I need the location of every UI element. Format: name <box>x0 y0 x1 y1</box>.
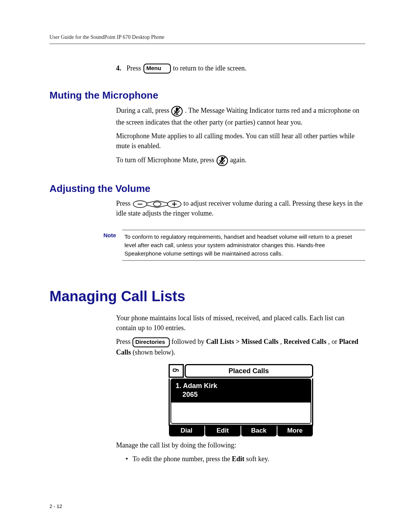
heading-muting: Muting the Microphone <box>49 89 365 101</box>
bullet-marker: • <box>126 454 128 464</box>
heading-call-lists: Managing Call Lists <box>49 288 365 305</box>
mute-p1a: During a call, press <box>116 107 171 114</box>
bullet-text-c: soft key. <box>246 455 269 463</box>
lists-p2a: Press <box>116 338 132 345</box>
mute-p3b: again. <box>230 156 246 164</box>
phone-list-icon <box>169 364 184 378</box>
softkey-edit: Edit <box>205 425 241 437</box>
lists-p2f: , or <box>328 338 339 345</box>
softkey-row: Dial Edit Back More <box>169 425 313 437</box>
note-label: Note <box>89 230 122 260</box>
step-number: 4. <box>116 63 121 73</box>
muting-body: During a call, press . The Message Waiti… <box>116 105 365 167</box>
phone-screen-illustration: Placed Calls 1. Adam Kirk 2065 Dial Edit… <box>169 364 313 437</box>
softkey-back: Back <box>241 425 277 437</box>
mute-p3a: To turn off Microphone Mute, press <box>116 156 216 164</box>
lists-p2c: Call Lists > Missed Calls <box>206 338 278 345</box>
step-text-after: to return to the idle screen. <box>173 63 247 73</box>
screen-title: Placed Calls <box>185 364 313 378</box>
bullet-edit: • To edit the phone number, press the Ed… <box>126 454 365 464</box>
mute-icon <box>216 155 228 167</box>
step-text-before: Press <box>127 63 141 73</box>
mute-icon <box>171 105 183 117</box>
svg-rect-16 <box>173 369 176 371</box>
entry-number: 2065 <box>176 390 306 399</box>
softkey-more: More <box>277 425 313 437</box>
lists-p2b: followed by <box>171 338 206 345</box>
page-number: 2 - 12 <box>49 503 62 509</box>
note-block: Note To conform to regulatory requiremen… <box>89 230 365 260</box>
menu-button-graphic: Menu <box>143 64 171 73</box>
note-text: To conform to regulatory requirements, h… <box>122 230 365 260</box>
lists-p2e: Received Calls <box>284 338 326 345</box>
lists-body: Your phone maintains local lists of miss… <box>116 313 365 451</box>
entry-name: 1. Adam Kirk <box>176 382 306 390</box>
bullet-text-a: To edit the phone number, press the <box>132 455 232 463</box>
lists-p2h: (shown below). <box>133 348 175 356</box>
step-4: 4. Press Menu to return to the idle scre… <box>116 63 365 73</box>
lists-p3: Manage the call list by doing the follow… <box>116 440 365 450</box>
bullet-text-b: Edit <box>232 455 244 463</box>
softkey-dial: Dial <box>169 425 204 437</box>
selected-entry: 1. Adam Kirk 2065 <box>171 379 311 403</box>
blank-area <box>171 403 311 423</box>
vol-p1a: Press <box>116 200 132 207</box>
heading-volume: Adjusting the Volume <box>49 183 365 195</box>
volume-body: Press to adjust receiver volume during a… <box>116 198 365 218</box>
volume-rocker-icon <box>132 200 182 208</box>
lists-p1: Your phone maintains local lists of miss… <box>116 313 365 333</box>
mute-p2: Microphone Mute applies to all calling m… <box>116 131 365 151</box>
svg-point-15 <box>153 202 161 206</box>
directories-button-graphic: Directories <box>132 337 170 347</box>
page-header: User Guide for the SoundPoint IP 670 Des… <box>49 34 365 44</box>
lists-p2d: , <box>280 338 284 345</box>
